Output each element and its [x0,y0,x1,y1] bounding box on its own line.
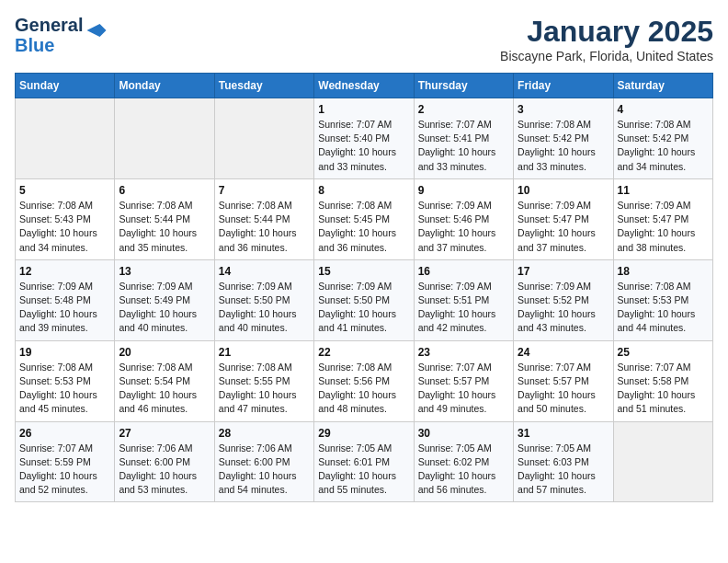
day-header-wednesday: Wednesday [314,74,414,98]
day-detail: Sunrise: 7:08 AMSunset: 5:44 PMDaylight:… [119,199,210,255]
day-number: 17 [518,265,609,278]
day-detail: Sunrise: 7:09 AMSunset: 5:46 PMDaylight:… [418,199,509,255]
calendar-cell: 26Sunrise: 7:07 AMSunset: 5:59 PMDayligh… [16,421,115,502]
calendar-cell: 3Sunrise: 7:08 AMSunset: 5:42 PMDaylight… [514,98,613,179]
calendar-subtitle: Biscayne Park, Florida, United States [500,49,713,63]
day-number: 14 [219,265,310,278]
calendar-cell: 31Sunrise: 7:05 AMSunset: 6:03 PMDayligh… [514,421,613,502]
calendar-cell: 30Sunrise: 7:05 AMSunset: 6:02 PMDayligh… [414,421,513,502]
calendar-cell: 9Sunrise: 7:09 AMSunset: 5:46 PMDaylight… [414,178,513,259]
day-number: 27 [119,427,210,440]
calendar-cell: 2Sunrise: 7:07 AMSunset: 5:41 PMDaylight… [414,98,513,179]
calendar-cell [115,98,214,179]
day-detail: Sunrise: 7:08 AMSunset: 5:45 PMDaylight:… [318,199,409,255]
day-number: 21 [219,346,310,359]
calendar-cell [16,98,115,179]
calendar-cell: 28Sunrise: 7:06 AMSunset: 6:00 PMDayligh… [214,421,313,502]
day-detail: Sunrise: 7:07 AMSunset: 5:57 PMDaylight:… [518,361,609,417]
calendar-table: SundayMondayTuesdayWednesdayThursdayFrid… [15,73,713,502]
day-number: 2 [418,103,509,116]
day-header-saturday: Saturday [613,74,712,98]
day-number: 19 [19,346,110,359]
calendar-cell: 19Sunrise: 7:08 AMSunset: 5:53 PMDayligh… [16,340,115,421]
day-number: 23 [418,346,509,359]
calendar-cell: 21Sunrise: 7:08 AMSunset: 5:55 PMDayligh… [214,340,313,421]
calendar-cell: 17Sunrise: 7:09 AMSunset: 5:52 PMDayligh… [514,259,613,340]
svg-marker-0 [87,24,107,37]
calendar-cell: 18Sunrise: 7:08 AMSunset: 5:53 PMDayligh… [613,259,712,340]
day-number: 12 [19,265,110,278]
day-detail: Sunrise: 7:08 AMSunset: 5:42 PMDaylight:… [618,118,709,174]
day-number: 4 [618,103,709,116]
calendar-week-row: 12Sunrise: 7:09 AMSunset: 5:48 PMDayligh… [16,259,713,340]
day-header-monday: Monday [115,74,214,98]
calendar-cell: 7Sunrise: 7:08 AMSunset: 5:44 PMDaylight… [214,178,313,259]
day-detail: Sunrise: 7:09 AMSunset: 5:49 PMDaylight:… [119,280,210,336]
calendar-cell: 10Sunrise: 7:09 AMSunset: 5:47 PMDayligh… [514,178,613,259]
day-detail: Sunrise: 7:05 AMSunset: 6:02 PMDaylight:… [418,442,509,498]
day-number: 28 [219,427,310,440]
day-number: 18 [618,265,709,278]
calendar-week-row: 1Sunrise: 7:07 AMSunset: 5:40 PMDaylight… [16,98,713,179]
day-number: 13 [119,265,210,278]
day-header-sunday: Sunday [16,74,115,98]
day-detail: Sunrise: 7:08 AMSunset: 5:53 PMDaylight:… [618,280,709,336]
day-detail: Sunrise: 7:08 AMSunset: 5:54 PMDaylight:… [119,361,210,417]
day-detail: Sunrise: 7:06 AMSunset: 6:00 PMDaylight:… [119,442,210,498]
calendar-cell: 8Sunrise: 7:08 AMSunset: 5:45 PMDaylight… [314,178,414,259]
day-detail: Sunrise: 7:05 AMSunset: 6:03 PMDaylight:… [518,442,609,498]
calendar-cell: 22Sunrise: 7:08 AMSunset: 5:56 PMDayligh… [314,340,414,421]
day-number: 24 [518,346,609,359]
day-detail: Sunrise: 7:08 AMSunset: 5:55 PMDaylight:… [219,361,310,417]
day-number: 8 [318,184,409,197]
day-number: 11 [618,184,709,197]
day-number: 5 [19,184,110,197]
day-number: 25 [618,346,709,359]
day-detail: Sunrise: 7:09 AMSunset: 5:47 PMDaylight:… [618,199,709,255]
calendar-cell: 20Sunrise: 7:08 AMSunset: 5:54 PMDayligh… [115,340,214,421]
day-detail: Sunrise: 7:09 AMSunset: 5:50 PMDaylight:… [219,280,310,336]
day-detail: Sunrise: 7:09 AMSunset: 5:52 PMDaylight:… [518,280,609,336]
calendar-cell: 25Sunrise: 7:07 AMSunset: 5:58 PMDayligh… [613,340,712,421]
day-detail: Sunrise: 7:08 AMSunset: 5:56 PMDaylight:… [318,361,409,417]
calendar-cell: 12Sunrise: 7:09 AMSunset: 5:48 PMDayligh… [16,259,115,340]
day-number: 1 [318,103,409,116]
day-detail: Sunrise: 7:08 AMSunset: 5:42 PMDaylight:… [518,118,609,174]
day-detail: Sunrise: 7:06 AMSunset: 6:00 PMDaylight:… [219,442,310,498]
day-number: 6 [119,184,210,197]
calendar-cell: 24Sunrise: 7:07 AMSunset: 5:57 PMDayligh… [514,340,613,421]
day-number: 26 [19,427,110,440]
calendar-cell: 13Sunrise: 7:09 AMSunset: 5:49 PMDayligh… [115,259,214,340]
calendar-cell: 27Sunrise: 7:06 AMSunset: 6:00 PMDayligh… [115,421,214,502]
logo-icon [86,24,107,37]
day-number: 10 [518,184,609,197]
day-number: 30 [418,427,509,440]
calendar-cell [613,421,712,502]
day-number: 22 [318,346,409,359]
day-detail: Sunrise: 7:07 AMSunset: 5:57 PMDaylight:… [418,361,509,417]
day-detail: Sunrise: 7:09 AMSunset: 5:47 PMDaylight:… [518,199,609,255]
day-detail: Sunrise: 7:07 AMSunset: 5:40 PMDaylight:… [318,118,409,174]
calendar-title: January 2025 [500,15,713,49]
calendar-week-row: 19Sunrise: 7:08 AMSunset: 5:53 PMDayligh… [16,340,713,421]
calendar-header-row: SundayMondayTuesdayWednesdayThursdayFrid… [16,74,713,98]
logo: GeneralBlue [15,15,107,55]
calendar-cell: 16Sunrise: 7:09 AMSunset: 5:51 PMDayligh… [414,259,513,340]
day-header-friday: Friday [514,74,613,98]
page-header: GeneralBlue January 2025 Biscayne Park, … [15,15,713,63]
day-detail: Sunrise: 7:08 AMSunset: 5:43 PMDaylight:… [19,199,110,255]
day-header-tuesday: Tuesday [214,74,313,98]
calendar-cell: 29Sunrise: 7:05 AMSunset: 6:01 PMDayligh… [314,421,414,502]
title-block: January 2025 Biscayne Park, Florida, Uni… [500,15,713,63]
day-detail: Sunrise: 7:08 AMSunset: 5:53 PMDaylight:… [19,361,110,417]
day-number: 7 [219,184,310,197]
calendar-week-row: 5Sunrise: 7:08 AMSunset: 5:43 PMDaylight… [16,178,713,259]
day-detail: Sunrise: 7:09 AMSunset: 5:51 PMDaylight:… [418,280,509,336]
day-number: 20 [119,346,210,359]
day-detail: Sunrise: 7:09 AMSunset: 5:48 PMDaylight:… [19,280,110,336]
day-header-thursday: Thursday [414,74,513,98]
calendar-cell: 5Sunrise: 7:08 AMSunset: 5:43 PMDaylight… [16,178,115,259]
day-detail: Sunrise: 7:07 AMSunset: 5:59 PMDaylight:… [19,442,110,498]
calendar-cell: 6Sunrise: 7:08 AMSunset: 5:44 PMDaylight… [115,178,214,259]
day-detail: Sunrise: 7:08 AMSunset: 5:44 PMDaylight:… [219,199,310,255]
